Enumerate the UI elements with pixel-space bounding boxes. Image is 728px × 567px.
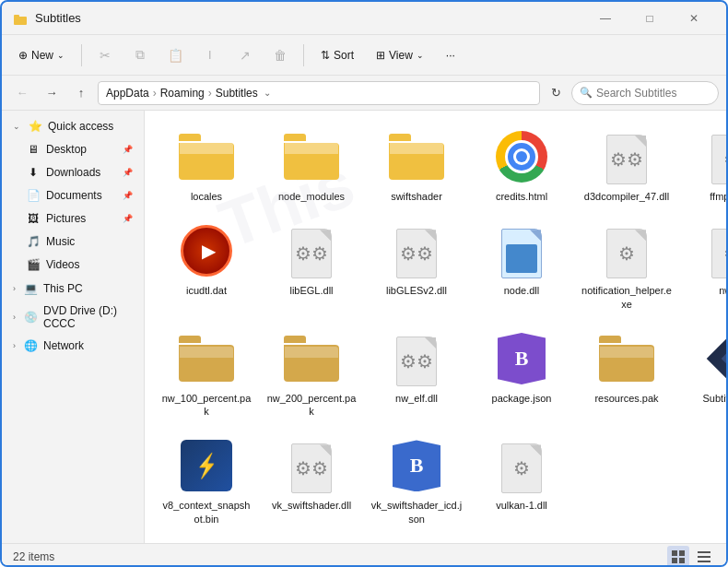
list-item[interactable]: locales (156, 122, 257, 208)
sidebar-item-pictures[interactable]: 🖼 Pictures 📌 (6, 207, 140, 230)
list-item[interactable]: B package.json (471, 324, 572, 424)
file-name: Subtitles.exe (703, 392, 727, 405)
file-name: credits.html (496, 190, 547, 203)
list-item[interactable]: ▶ icudtl.dat (156, 216, 257, 316)
new-chevron: ⌄ (57, 51, 65, 60)
copy-button[interactable]: ⧉ (124, 40, 156, 71)
status-bar: 22 items (2, 543, 726, 567)
view-button[interactable]: ⊞ View ⌄ (367, 44, 433, 66)
breadcrumb[interactable]: AppData › Roaming › Subtitles ⌄ (98, 81, 540, 105)
file-name: vk_swiftshader.dll (272, 499, 351, 512)
quick-access-label: Quick access (48, 120, 133, 133)
sidebar-item-music[interactable]: 🎵 Music (6, 230, 140, 253)
folder-icon (177, 127, 236, 186)
toolbar-separator (81, 44, 82, 66)
pictures-pin-icon: 📌 (123, 214, 133, 223)
network-label: Network (43, 339, 133, 352)
file-name: nw_100_percent.pak (160, 392, 252, 419)
list-item[interactable]: nw_100_percent.pak (156, 324, 257, 424)
file-area: This locales (145, 111, 726, 543)
up-button[interactable]: ↑ (68, 80, 94, 106)
videos-label: Videos (46, 258, 133, 271)
pak-folder-icon (177, 329, 236, 388)
search-box[interactable]: 🔍 (571, 81, 719, 105)
forward-button[interactable]: → (39, 80, 65, 106)
more-button[interactable]: ··· (437, 44, 464, 66)
file-name: nw_200_percent.pak (265, 392, 358, 419)
list-item[interactable]: ⚙⚙ libEGL.dll (261, 216, 362, 316)
share-button[interactable]: ↗ (229, 40, 261, 71)
close-button[interactable]: ✕ (673, 2, 715, 35)
list-item[interactable]: ⚙ ffmpeg.dll (681, 122, 726, 208)
view-chevron: ⌄ (417, 51, 424, 60)
list-item[interactable]: ⚙⚙ d3dcompiler_47.dll (576, 122, 677, 208)
rename-button[interactable]: Ⅰ (194, 40, 226, 71)
list-item[interactable]: ⚙ nw.dll (681, 216, 726, 316)
breadcrumb-roaming[interactable]: Roaming (160, 87, 205, 100)
paste-button[interactable]: 📋 (159, 40, 191, 71)
sidebar-item-network[interactable]: › 🌐 Network (6, 335, 140, 357)
dvd-chevron-icon: › (13, 313, 16, 322)
list-item[interactable]: node_modules (261, 122, 362, 208)
file-name: node_modules (278, 190, 345, 203)
sidebar-item-downloads[interactable]: ⬇ Downloads 📌 (6, 161, 140, 183)
file-grid: locales node_modules (156, 122, 715, 531)
downloads-label: Downloads (46, 166, 115, 179)
package-json-icon: B (492, 329, 551, 388)
breadcrumb-appdata[interactable]: AppData (106, 87, 149, 100)
new-button[interactable]: ⊕ New ⌄ (9, 44, 74, 66)
list-item[interactable]: credits.html (471, 122, 572, 208)
pictures-icon: 🖼 (26, 211, 41, 226)
svg-rect-8 (698, 561, 710, 562)
file-name: nw.dll (719, 284, 726, 297)
sidebar-item-this-pc[interactable]: › 💻 This PC (6, 278, 140, 300)
vk-dll-icon: ⚙⚙ (282, 436, 341, 495)
file-name: notification_helper.exe (581, 284, 673, 311)
v8-icon: ⚡ (177, 436, 236, 495)
breadcrumb-subtitles[interactable]: Subtitles (216, 87, 258, 100)
vulkan-dll-icon: ⚙ (492, 436, 551, 495)
sort-button[interactable]: ⇅ Sort (311, 44, 363, 66)
minimize-button[interactable]: — (584, 2, 627, 35)
folder-icon (282, 127, 341, 186)
list-item[interactable]: ⚡ v8_context_snapshot.bin (156, 431, 257, 531)
sort-icon: ⇅ (321, 49, 330, 62)
list-item[interactable]: swiftshader (366, 122, 467, 208)
search-input[interactable] (596, 87, 710, 100)
maximize-button[interactable]: □ (628, 2, 671, 35)
sidebar-item-documents[interactable]: 📄 Documents 📌 (6, 184, 140, 207)
list-item[interactable]: nw_200_percent.pak (261, 324, 362, 424)
sidebar-item-desktop[interactable]: 🖥 Desktop 📌 (6, 138, 140, 160)
list-item[interactable]: resources.pak (576, 324, 677, 424)
sidebar-item-quick-access[interactable]: ⌄ ⭐ Quick access (6, 115, 140, 137)
delete-button[interactable]: 🗑 (264, 40, 296, 71)
list-item[interactable]: ⚙⚙ nw_elf.dll (366, 324, 467, 424)
sidebar-item-videos[interactable]: 🎬 Videos (6, 254, 140, 276)
quick-access-icon: ⭐ (28, 119, 42, 134)
list-item[interactable]: ⚙⚙ vk_swiftshader.dll (261, 431, 362, 531)
list-item[interactable]: B vk_swiftshader_icd.json (366, 431, 467, 531)
desktop-pin-icon: 📌 (123, 145, 133, 154)
toolbar-separator2 (303, 44, 304, 66)
videos-icon: 🎬 (26, 257, 41, 272)
music-icon: 🎵 (26, 234, 41, 249)
list-item[interactable]: ⚙ notification_helper.exe (576, 216, 677, 316)
large-icons-view-button[interactable] (667, 546, 689, 568)
new-icon: ⊕ (18, 49, 28, 62)
list-item[interactable]: node.dll (471, 216, 572, 316)
file-name: vulkan-1.dll (496, 499, 547, 512)
file-name: libEGL.dll (289, 284, 333, 297)
list-view-button[interactable] (693, 546, 715, 568)
list-item[interactable]: ⚙ vulkan-1.dll (471, 431, 572, 531)
sidebar-item-dvd[interactable]: › 💿 DVD Drive (D:) CCCC (6, 301, 140, 334)
cut-button[interactable]: ✂ (89, 40, 121, 71)
list-item[interactable]: Subtitles.exe (681, 324, 726, 424)
this-pc-label: This PC (43, 282, 133, 295)
svg-rect-7 (698, 556, 710, 558)
back-button[interactable]: ← (9, 80, 35, 106)
file-name: ffmpeg.dll (710, 190, 726, 203)
list-item[interactable]: ⚙⚙ libGLESv2.dll (366, 216, 467, 316)
refresh-button[interactable]: ↻ (544, 81, 568, 105)
window-title: Subtitles (35, 11, 584, 25)
desktop-icon: 🖥 (26, 142, 41, 157)
